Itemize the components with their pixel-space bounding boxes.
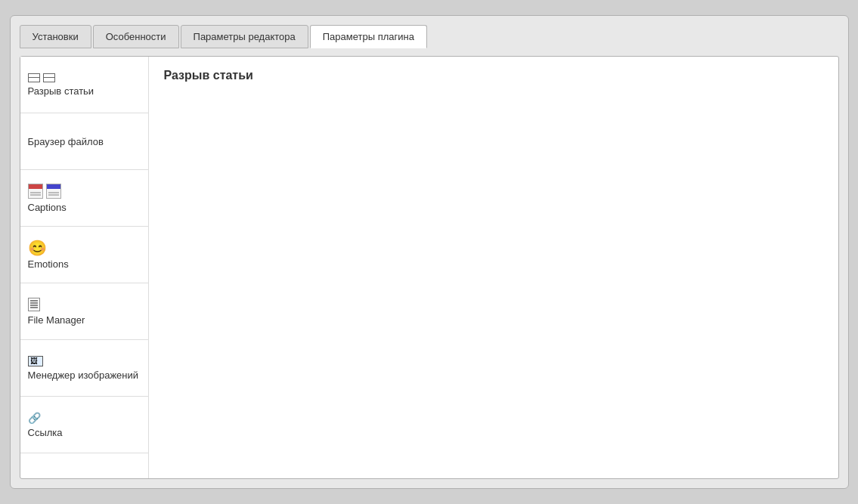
sidebar-item-label-ssylka: Ссылка [28,427,63,438]
sidebar-item-label-captions: Captions [28,202,67,213]
emoji-smiley-icon: 😊 [28,240,47,255]
file-mgr-icon [28,298,40,311]
sidebar-item-img-manager[interactable]: Менеджер изображений [20,340,148,397]
sidebar-item-label-img-manager: Менеджер изображений [28,369,139,381]
file-manager-icon [28,298,40,311]
sidebar-item-captions[interactable]: Captions [20,170,148,227]
img-manager-icon [28,356,43,366]
sidebar-item-label-razryv: Разрыв статьи [28,85,94,97]
content-area: Разрыв статьи [149,57,838,478]
chain-link-icon: 🔗 [28,412,41,424]
tab-ustanovki[interactable]: Установки [20,25,91,48]
caption-icon-red [28,184,43,199]
main-content: Разрыв статьи Браузер файлов Captions 😊 … [20,56,839,479]
sidebar-item-emotions[interactable]: 😊 Emotions [20,227,148,283]
caption-icon-blue [46,184,61,199]
sidebar-item-label-file-manager: File Manager [28,314,85,326]
tab-osobennosti[interactable]: Особенности [93,25,179,48]
link-icon: 🔗 [28,412,41,424]
emotions-icon: 😊 [28,240,47,255]
sidebar-item-browser[interactable]: Браузер файлов [20,113,148,170]
sidebar-item-razryv[interactable]: Разрыв статьи [20,57,148,113]
captions-icon [28,184,61,199]
sidebar-item-label-browser: Браузер файлов [28,136,104,147]
tab-params-plugin[interactable]: Параметры плагина [310,25,427,48]
break-icon-1 [28,73,40,82]
sidebar-item-label-emotions: Emotions [28,258,69,270]
break-icon [28,73,55,82]
sidebar-item-ssylka[interactable]: 🔗 Ссылка [20,397,148,453]
tab-params-editor[interactable]: Параметры редактора [181,25,308,48]
break-icon-2 [43,73,55,82]
content-title: Разрыв статьи [164,69,823,82]
sidebar: Разрыв статьи Браузер файлов Captions 😊 … [20,57,149,478]
tabs-bar: Установки Особенности Параметры редактор… [20,25,839,48]
sidebar-item-file-manager[interactable]: File Manager [20,283,148,340]
outer-container: Установки Особенности Параметры редактор… [10,15,849,489]
img-mgr-icon [28,356,43,366]
